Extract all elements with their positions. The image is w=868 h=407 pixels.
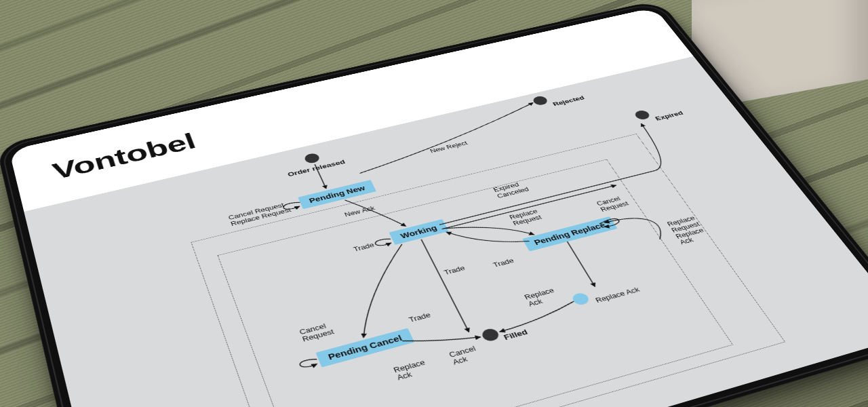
edge-trade-self: Trade bbox=[353, 241, 376, 253]
label-expired: Expired bbox=[654, 110, 685, 122]
start-node-order-released bbox=[303, 153, 321, 165]
edge-rr-ra: ReplaceRequestReplaceAck bbox=[666, 215, 710, 246]
end-node-expired bbox=[633, 109, 652, 120]
node-replace-junction bbox=[570, 292, 591, 306]
label-rejected: Rejected bbox=[551, 94, 586, 107]
edge-cancel-ack: CancelAck bbox=[448, 345, 481, 366]
edge-trade-down: Trade bbox=[443, 265, 467, 276]
edge-replace-ack-2: ReplaceAck bbox=[523, 287, 559, 308]
edge-trade-pr: Trade bbox=[492, 257, 515, 269]
state-pending-cancel: Pending Cancel bbox=[316, 328, 415, 368]
edge-new-reject: New Reject bbox=[429, 140, 469, 155]
edge-trade-pc: Trade bbox=[408, 311, 432, 324]
diagram-outer-frame bbox=[191, 134, 785, 407]
edge-replace-ack-1: ReplaceAck bbox=[393, 359, 431, 382]
edge-replace-ack-3: Replace Ack bbox=[594, 286, 641, 305]
end-node-rejected bbox=[532, 95, 549, 106]
end-node-filled bbox=[480, 328, 501, 343]
edge-cancel-request-3: CancelRequest bbox=[298, 321, 335, 343]
label-filled: Filled bbox=[502, 328, 530, 341]
